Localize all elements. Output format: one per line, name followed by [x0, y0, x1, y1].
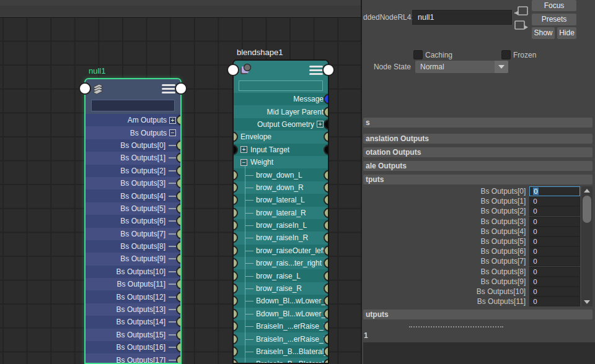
- olive-port[interactable]: [324, 170, 328, 180]
- olive-port[interactable]: [234, 334, 238, 344]
- node-attribute-row[interactable]: brow_raiseIn_L: [234, 219, 328, 232]
- node-attribute-row[interactable]: Bs Outputs[1]: [86, 152, 180, 164]
- olive-port[interactable]: [324, 132, 328, 142]
- node-attribute-row[interactable]: BraiseIn_B...Blateral_R: [234, 358, 328, 363]
- bs-output-value-input[interactable]: 0: [529, 256, 580, 266]
- node-name-input[interactable]: null1: [412, 10, 512, 25]
- focus-button[interactable]: Focus: [532, 0, 576, 11]
- olive-port[interactable]: [234, 207, 238, 218]
- node-attribute-row[interactable]: Bs Outputs[2]: [86, 165, 180, 177]
- node-blendshape1[interactable]: blendshape1 MessageMid Layer ParentOutpu…: [232, 59, 329, 364]
- node-editor-panel[interactable]: null1 Am Outputs+Bs: [0, 0, 362, 364]
- olive-port[interactable]: [176, 317, 180, 327]
- node-attribute-row[interactable]: Bs Outputs[0]: [86, 139, 180, 152]
- scroll-down-icon[interactable]: [581, 298, 593, 306]
- load-attributes-icon[interactable]: [513, 5, 529, 20]
- bs-output-value-input[interactable]: 0: [529, 206, 580, 216]
- olive-port[interactable]: [176, 342, 180, 353]
- olive-port[interactable]: [176, 216, 180, 227]
- olive-port[interactable]: [324, 233, 328, 243]
- olive-port[interactable]: [234, 296, 238, 306]
- node-attribute-row[interactable]: BraiseIn_...erRaise_L: [234, 320, 328, 332]
- copy-tab-icon[interactable]: [513, 19, 529, 34]
- olive-port[interactable]: [324, 271, 328, 281]
- olive-port[interactable]: [176, 165, 180, 176]
- section-header-translation-outputs[interactable]: anslation Outputs: [363, 134, 593, 144]
- bs-output-value-input[interactable]: 0: [529, 227, 580, 236]
- node-attribute-row[interactable]: BraiseIn_...erRaise_R: [234, 332, 328, 345]
- node-attribute-row[interactable]: brow_raise_R: [234, 282, 328, 295]
- olive-port[interactable]: [176, 241, 180, 252]
- blue-port[interactable]: [324, 94, 328, 105]
- olive-port[interactable]: [234, 245, 238, 256]
- node-header[interactable]: [234, 61, 328, 79]
- node-rename-input[interactable]: [239, 80, 323, 91]
- node-attribute-row[interactable]: BraiseIn_B...Blateral_L: [234, 345, 328, 358]
- olive-port[interactable]: [234, 170, 238, 180]
- node-attribute-row[interactable]: Bs Outputs[12]: [86, 290, 180, 303]
- node-attribute-row[interactable]: Bs Outputs[14]: [86, 316, 180, 328]
- node-attribute-row[interactable]: Bs Outputs[7]: [86, 228, 180, 240]
- node-input-port[interactable]: [79, 82, 91, 95]
- olive-port[interactable]: [324, 220, 328, 231]
- bs-output-value-input[interactable]: 0: [529, 287, 580, 297]
- olive-port[interactable]: [176, 355, 180, 363]
- hamburger-menu-icon[interactable]: [309, 66, 323, 75]
- expand-icon[interactable]: +: [240, 146, 247, 153]
- node-attribute-row[interactable]: Bs Outputs[11]: [86, 278, 180, 290]
- olive-port[interactable]: [234, 308, 238, 319]
- node-attribute-row[interactable]: Bs Outputs[8]: [86, 240, 180, 253]
- node-attribute-row[interactable]: Bs Outputs[10]: [86, 266, 180, 278]
- olive-port[interactable]: [234, 195, 238, 206]
- section-header-fragment[interactable]: s: [363, 118, 593, 128]
- collapse-icon[interactable]: −: [169, 129, 176, 136]
- black-port[interactable]: [234, 144, 238, 155]
- bs-output-value-input[interactable]: 0: [529, 267, 580, 277]
- caching-checkbox[interactable]: [413, 50, 423, 59]
- olive-port[interactable]: [176, 329, 180, 340]
- node-attribute-row[interactable]: Bs Outputs[17]: [86, 353, 180, 363]
- olive-port[interactable]: [324, 258, 328, 269]
- node-attribute-row[interactable]: Bs Outputs[15]: [86, 329, 180, 341]
- collapse-icon[interactable]: −: [240, 159, 247, 166]
- section-header-outputs[interactable]: utputs: [363, 310, 593, 319]
- scrollbar-thumb[interactable]: [583, 196, 591, 223]
- bs-output-value-input[interactable]: 0: [529, 297, 580, 306]
- node-output-port[interactable]: [322, 64, 335, 76]
- section-header-bs-outputs[interactable]: tputs: [363, 175, 593, 184]
- node-attribute-row[interactable]: −Weight: [234, 156, 328, 168]
- olive-port[interactable]: [176, 191, 180, 201]
- olive-port[interactable]: [234, 321, 238, 332]
- olive-port[interactable]: [176, 279, 180, 290]
- olive-port[interactable]: [176, 305, 180, 315]
- node-attribute-row[interactable]: brow_lateral_R: [234, 207, 328, 219]
- bs-output-value-input[interactable]: 0: [529, 196, 580, 206]
- bs-output-value-input[interactable]: 0: [529, 246, 580, 256]
- black-port[interactable]: [324, 119, 328, 129]
- node-attribute-row[interactable]: brow_down_L: [234, 168, 328, 181]
- olive-port[interactable]: [234, 284, 238, 294]
- node-attribute-row[interactable]: Bs Outputs[3]: [86, 177, 180, 189]
- olive-port[interactable]: [324, 195, 328, 206]
- node-attribute-row[interactable]: Bs Outputs[4]: [86, 189, 180, 202]
- node-header[interactable]: [86, 79, 180, 98]
- olive-port[interactable]: [234, 220, 238, 231]
- node-attribute-row[interactable]: +Input Target: [234, 144, 328, 156]
- olive-port[interactable]: [176, 254, 180, 264]
- chevron-down-icon[interactable]: [495, 61, 508, 73]
- node-attribute-row[interactable]: brow_rais...ter_right: [234, 257, 328, 269]
- olive-port[interactable]: [234, 132, 238, 142]
- hide-button[interactable]: Hide: [557, 27, 576, 39]
- frozen-checkbox[interactable]: [501, 50, 511, 59]
- expand-icon[interactable]: +: [317, 121, 324, 128]
- node-rename-input[interactable]: [91, 100, 175, 111]
- olive-port[interactable]: [324, 284, 328, 294]
- bs-output-value-input[interactable]: 0: [529, 217, 580, 227]
- presets-button[interactable]: Presets: [532, 14, 576, 25]
- node-attribute-row[interactable]: Bs Outputs−: [86, 126, 180, 139]
- node-input-port[interactable]: [227, 64, 239, 76]
- olive-port[interactable]: [234, 258, 238, 269]
- node-output-port[interactable]: [175, 82, 187, 95]
- node-attribute-row[interactable]: Mid Layer Parent: [234, 105, 328, 118]
- olive-port[interactable]: [234, 182, 238, 193]
